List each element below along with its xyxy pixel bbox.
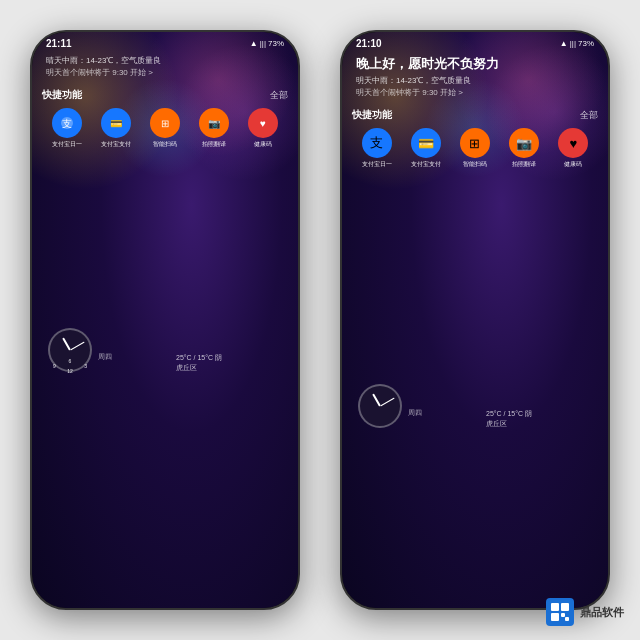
logo-area: 鼎品软件 — [546, 598, 624, 626]
alipay1-label: 支付宝日一 — [52, 140, 82, 149]
svg-text:支: 支 — [62, 118, 72, 129]
weather-detail2: 虎丘区 — [176, 363, 282, 373]
quick-header-right: 快捷功能 全部 — [352, 108, 598, 122]
quick-item-r5[interactable]: ♥ 健康码 — [558, 128, 588, 169]
logo-svg — [549, 601, 571, 623]
quick-item-r4[interactable]: 📷 拍照翻译 — [509, 128, 539, 169]
signal-icon-right: ||| — [570, 39, 576, 48]
alipay2-icon: 💳 — [101, 108, 131, 138]
status-icons-right: ▲ ||| 73% — [560, 39, 594, 48]
quick-icons-row-right: 支 支付宝日一 💳 支付宝支付 ⊞ 智能扫码 📷 拍照翻译 — [352, 128, 598, 169]
alipay1-icon: 支 — [52, 108, 82, 138]
quick-item-alipay1[interactable]: 支 支付宝日一 — [52, 108, 82, 149]
clock-date: 周四 — [98, 352, 118, 362]
status-time-right: 21:10 — [356, 38, 382, 49]
quick-item-r3[interactable]: ⊞ 智能扫码 — [460, 128, 490, 169]
logo-text: 鼎品软件 — [580, 605, 624, 620]
r3-icon: ⊞ — [460, 128, 490, 158]
phone-left: 21:11 ▲ ||| 73% 晴天中雨：14-23℃，空气质量良 明天首个闹钟… — [30, 30, 300, 610]
quick-icons-row: 支 支付宝日一 💳 支付宝支付 ⊞ 智能扫码 — [42, 108, 288, 149]
quick-functions-left: 快捷功能 全部 支 支付宝日一 💳 支付宝支付 — [32, 84, 298, 153]
quick-item-translate[interactable]: 📷 拍照翻译 — [199, 108, 229, 149]
status-bar-left: 21:11 ▲ ||| 73% — [32, 32, 298, 51]
greeting-text: 晚上好，愿时光不负努力 — [356, 55, 594, 73]
scan-label: 智能扫码 — [153, 140, 177, 149]
status-icons-left: ▲ ||| 73% — [250, 39, 284, 48]
phone-right-screen: 21:10 ▲ ||| 73% 晚上好，愿时光不负努力 明天中雨：14-23℃，… — [342, 32, 608, 608]
wifi-icon-right: ▲ — [560, 39, 568, 48]
battery-icon: 73% — [268, 39, 284, 48]
mini-clock-day: 周四 — [408, 408, 428, 418]
svg-rect-70 — [565, 617, 569, 621]
phone-right: 21:10 ▲ ||| 73% 晚上好，愿时光不负努力 明天中雨：14-23℃，… — [340, 30, 610, 610]
battery-icon-right: 73% — [578, 39, 594, 48]
svg-text:📷: 📷 — [208, 117, 221, 130]
logo-icon-box — [546, 598, 574, 626]
weather-detail1: 25°C / 15°C 阴 — [176, 353, 282, 363]
svg-text:♥: ♥ — [260, 118, 266, 129]
svg-rect-68 — [551, 613, 559, 621]
health-label: 健康码 — [254, 140, 272, 149]
quick-all-right[interactable]: 全部 — [580, 109, 598, 122]
quick-item-r2[interactable]: 💳 支付宝支付 — [411, 128, 441, 169]
quick-functions-right: 快捷功能 全部 支 支付宝日一 💳 支付宝支付 ⊞ 智能扫码 — [342, 104, 608, 173]
greeting-area: 晚上好，愿时光不负努力 明天中雨：14-23℃，空气质量良 明天首个闹钟将于 9… — [342, 51, 608, 104]
weather-sub-left: 晴天中雨：14-23℃，空气质量良 — [46, 55, 284, 66]
mini-clock-face — [358, 384, 402, 428]
quick-item-health[interactable]: ♥ 健康码 — [248, 108, 278, 149]
mini-weather-detail1: 25°C / 15°C 阴 — [486, 409, 592, 419]
quick-title-right: 快捷功能 — [352, 108, 392, 122]
quick-all-left[interactable]: 全部 — [270, 89, 288, 102]
minute-hand — [70, 342, 84, 351]
weather-sub-right: 明天中雨：14-23℃，空气质量良 — [356, 75, 594, 86]
r1-icon: 支 — [362, 128, 392, 158]
mini-minute-hand — [380, 398, 394, 407]
alipay2-label: 支付宝支付 — [101, 140, 131, 149]
svg-text:⊞: ⊞ — [161, 118, 169, 129]
svg-rect-66 — [551, 603, 559, 611]
weather-alarm-right: 明天首个闹钟将于 9:30 开始 > — [356, 87, 594, 98]
status-time-left: 21:11 — [46, 38, 72, 49]
r5-icon: ♥ — [558, 128, 588, 158]
quick-item-scan[interactable]: ⊞ 智能扫码 — [150, 108, 180, 149]
wifi-icon: ▲ — [250, 39, 258, 48]
translate-label: 拍照翻译 — [202, 140, 226, 149]
svg-rect-69 — [561, 613, 565, 617]
clock-face: 12 3 6 9 — [48, 328, 92, 372]
quick-item-alipay2[interactable]: 💳 支付宝支付 — [101, 108, 131, 149]
status-bar-right: 21:10 ▲ ||| 73% — [342, 32, 608, 51]
mini-weather-detail2: 虎丘区 — [486, 419, 592, 429]
page-container: 21:11 ▲ ||| 73% 晴天中雨：14-23℃，空气质量良 明天首个闹钟… — [0, 0, 640, 640]
svg-rect-67 — [561, 603, 569, 611]
quick-item-r1[interactable]: 支 支付宝日一 — [362, 128, 392, 169]
health-icon: ♥ — [248, 108, 278, 138]
quick-title-left: 快捷功能 — [42, 88, 82, 102]
r2-icon: 💳 — [411, 128, 441, 158]
scan-icon: ⊞ — [150, 108, 180, 138]
svg-text:💳: 💳 — [110, 117, 123, 130]
weather-header-left: 晴天中雨：14-23℃，空气质量良 明天首个闹钟将于 9:30 开始 > — [32, 51, 298, 84]
signal-icon: ||| — [260, 39, 266, 48]
weather-alarm-left: 明天首个闹钟将于 9:30 开始 > — [46, 67, 284, 78]
phone-left-screen: 21:11 ▲ ||| 73% 晴天中雨：14-23℃，空气质量良 明天首个闹钟… — [32, 32, 298, 608]
r4-icon: 📷 — [509, 128, 539, 158]
translate-icon: 📷 — [199, 108, 229, 138]
quick-header-left: 快捷功能 全部 — [42, 88, 288, 102]
